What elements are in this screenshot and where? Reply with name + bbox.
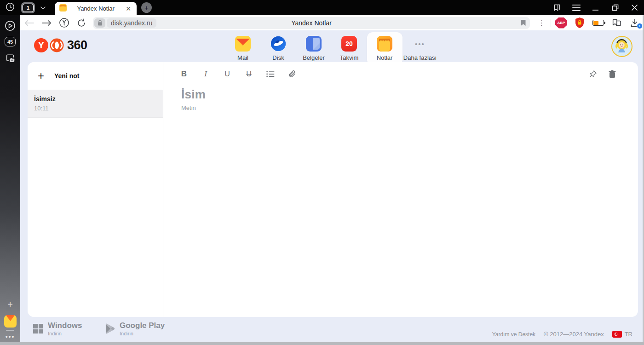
yandex360-header: Y 360 Mail xyxy=(20,30,643,62)
url-text[interactable]: disk.yandex.ru xyxy=(107,18,156,28)
note-list-item[interactable]: İsimsiz 10:11 xyxy=(28,90,163,118)
player-button[interactable] xyxy=(0,20,20,31)
side-panel-more-button[interactable]: ••• xyxy=(0,333,20,340)
history-button[interactable] xyxy=(0,2,20,14)
extensions-button[interactable] xyxy=(607,17,626,29)
browser-menu-button[interactable] xyxy=(567,0,586,15)
forward-button[interactable] xyxy=(38,17,55,29)
service-more[interactable]: ••• Daha fazlası xyxy=(402,32,438,65)
download-googleplay-link[interactable]: Google Play İndirin xyxy=(105,322,165,336)
windows-logo-icon xyxy=(33,324,43,334)
avatar-image xyxy=(612,37,631,56)
address-bar[interactable]: disk.yandex.ru Yandex Notlar xyxy=(93,17,530,29)
bullet-list-icon xyxy=(266,71,275,77)
address-menu-button[interactable]: ⋮ xyxy=(534,19,550,27)
ssl-lock-chip[interactable] xyxy=(94,18,105,28)
list-button[interactable] xyxy=(264,68,277,80)
underline-button[interactable]: U xyxy=(221,68,234,80)
service-mail[interactable]: Mail xyxy=(225,32,261,65)
browser-side-panel: 45 + ••• xyxy=(0,0,20,342)
disk-icon xyxy=(270,36,286,52)
downloads-button[interactable]: 1 xyxy=(626,17,644,29)
tab-list-chevron-icon[interactable] xyxy=(38,5,48,11)
download-count-badge: 1 xyxy=(637,23,643,29)
adblock-extension-button[interactable]: ABP xyxy=(552,17,570,29)
new-tab-button[interactable]: + xyxy=(141,2,152,13)
notes-icon xyxy=(377,36,392,52)
notes-app-card: + Yeni not İsimsiz 10:11 B I U U xyxy=(28,62,638,317)
service-disk[interactable]: Disk xyxy=(261,32,296,65)
attach-button[interactable] xyxy=(286,68,299,80)
download-action: İndirin xyxy=(48,331,82,336)
googleplay-logo-icon xyxy=(105,323,115,334)
delete-note-button[interactable] xyxy=(606,68,619,80)
download-platform: Windows xyxy=(48,322,82,330)
italic-button[interactable]: I xyxy=(199,68,212,80)
plus-icon: + xyxy=(38,70,44,81)
close-icon xyxy=(631,4,638,11)
page-title: Yandex Notlar xyxy=(93,19,530,27)
strikethrough-button[interactable]: U xyxy=(242,68,255,80)
screenshot-button[interactable] xyxy=(0,53,20,64)
yandex-y-circle-icon xyxy=(59,17,69,28)
sidebar-toggle-button[interactable] xyxy=(547,0,567,15)
note-title: İsimsiz xyxy=(34,95,156,103)
extensions-icon xyxy=(611,18,622,28)
back-button[interactable] xyxy=(20,17,38,29)
bookmark-button[interactable] xyxy=(520,19,526,26)
protect-shield-button[interactable] xyxy=(570,17,589,29)
tab-close-icon[interactable]: ✕ xyxy=(125,5,132,12)
add-panel-item-button[interactable]: + xyxy=(0,299,20,310)
trash-icon xyxy=(609,70,616,78)
close-window-button[interactable] xyxy=(625,0,644,15)
service-documents[interactable]: Belgeler xyxy=(296,32,332,65)
browser-toolbar: disk.yandex.ru Yandex Notlar ⋮ ABP 1 xyxy=(20,15,644,30)
titlebar: 1 Yandex Notlar ✕ + xyxy=(0,0,644,15)
bookmark-panel-icon xyxy=(552,4,562,12)
note-editor: B I U U xyxy=(164,62,638,317)
paperclip-icon xyxy=(288,70,296,78)
yandex-protect-button[interactable] xyxy=(55,17,73,29)
new-note-button[interactable]: + Yeni not xyxy=(28,62,163,90)
new-note-label: Yeni not xyxy=(54,72,79,80)
service-calendar[interactable]: 20 Takvim xyxy=(332,32,367,65)
minimize-icon xyxy=(592,5,599,11)
browser-window: 1 Yandex Notlar ✕ + xyxy=(0,0,644,345)
yandex-mail-shortcut[interactable] xyxy=(0,315,20,328)
copyright-text: © 2012—2024 Yandex xyxy=(544,331,604,338)
locale-label[interactable]: TR xyxy=(625,331,632,338)
plus-icon: + xyxy=(7,299,13,310)
bold-button[interactable]: B xyxy=(178,68,190,80)
page-content: Y 360 Mail xyxy=(20,30,643,342)
tab-counter-button[interactable]: 1 xyxy=(21,2,35,13)
score-badge-button[interactable]: 45 xyxy=(0,37,20,46)
page-footer: Windows İndirin Google Play İndirin Yard… xyxy=(20,317,643,342)
note-title-input[interactable]: İsim xyxy=(181,87,206,102)
pin-note-button[interactable] xyxy=(586,68,599,80)
window-border-bottom[interactable] xyxy=(0,342,644,345)
battery-icon xyxy=(592,20,604,26)
download-windows-link[interactable]: Windows İndirin xyxy=(33,322,82,336)
service-label: Daha fazlası xyxy=(403,54,437,61)
minimize-button[interactable] xyxy=(586,0,605,15)
service-label: Belgeler xyxy=(303,54,325,61)
service-label: Notlar xyxy=(377,54,393,61)
help-support-link[interactable]: Yardım ve Destek xyxy=(492,331,535,338)
turkey-flag-icon[interactable] xyxy=(612,331,622,338)
lock-icon xyxy=(98,20,103,26)
service-notes[interactable]: Notlar xyxy=(367,32,402,65)
refresh-button[interactable] xyxy=(73,17,90,29)
note-body-input[interactable]: Metin xyxy=(181,104,196,111)
restore-button[interactable] xyxy=(605,0,625,15)
active-tab[interactable]: Yandex Notlar ✕ xyxy=(55,2,137,15)
user-avatar[interactable] xyxy=(611,36,632,57)
notes-list-panel: + Yeni not İsimsiz 10:11 xyxy=(28,62,163,317)
mail-app-icon xyxy=(4,315,17,328)
tab-title: Yandex Notlar xyxy=(67,5,125,12)
calendar-icon: 20 xyxy=(341,36,357,52)
score-badge: 45 xyxy=(5,37,16,46)
bookmark-icon xyxy=(520,19,526,26)
back-arrow-icon xyxy=(24,20,34,26)
more-dots-icon: ••• xyxy=(6,333,15,340)
battery-saver-button[interactable] xyxy=(589,17,607,29)
